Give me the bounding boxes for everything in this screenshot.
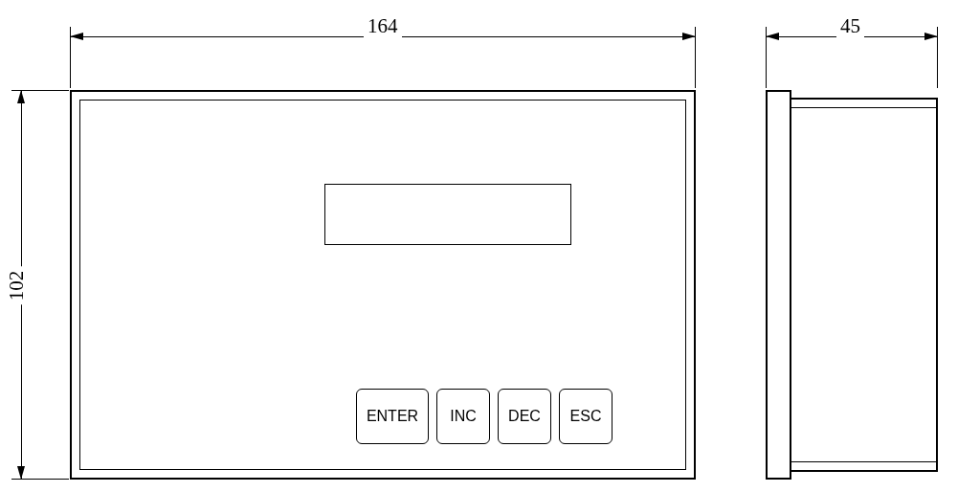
arrow-right	[682, 33, 696, 40]
side-inner-line	[791, 107, 936, 108]
inc-button[interactable]: INC	[436, 389, 490, 444]
enter-button[interactable]: ENTER	[356, 389, 429, 444]
arrow-right	[924, 33, 938, 40]
arrow-left	[766, 33, 779, 40]
button-row: ENTER INC DEC ESC	[356, 389, 612, 444]
front-panel: ENTER INC DEC ESC	[70, 90, 696, 480]
side-inner-line	[791, 461, 936, 462]
arrow-down	[17, 466, 25, 480]
front-panel-inner: ENTER INC DEC ESC	[79, 100, 686, 470]
side-body	[791, 98, 938, 472]
dim-label-width: 164	[364, 14, 402, 38]
dim-label-depth: 45	[836, 14, 864, 38]
side-flange	[766, 90, 791, 480]
lcd-display	[324, 184, 571, 245]
dec-button[interactable]: DEC	[498, 389, 551, 444]
dim-label-height: 102	[5, 267, 29, 305]
esc-button[interactable]: ESC	[559, 389, 612, 444]
arrow-up	[17, 90, 25, 103]
arrow-left	[70, 33, 83, 40]
